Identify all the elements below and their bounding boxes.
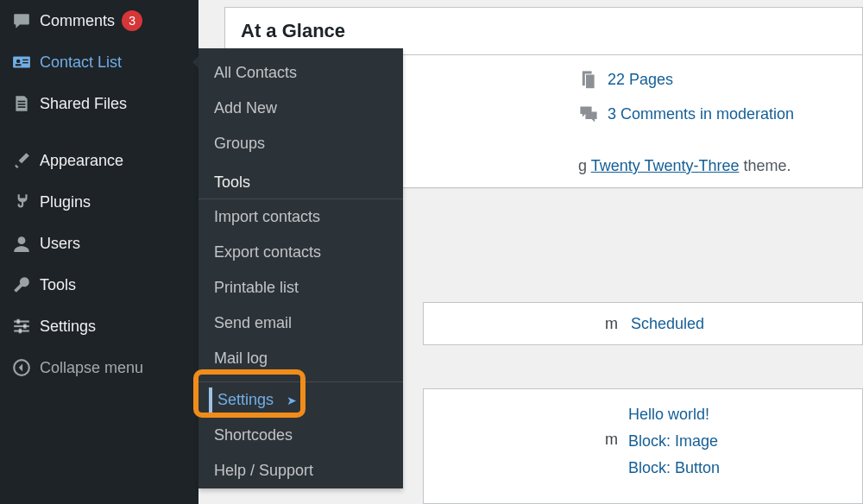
user-icon	[12, 234, 40, 253]
svg-rect-9	[14, 320, 29, 322]
sidebar-item-appearance[interactable]: Appearance	[0, 140, 198, 181]
submenu-printable-list[interactable]: Printable list	[198, 270, 403, 306]
activity-row: m Scheduled	[423, 302, 863, 345]
svg-rect-3	[22, 60, 28, 60]
svg-rect-6	[18, 104, 26, 105]
submenu-section-tools: Tools	[198, 167, 403, 199]
glance-stats: 22 Pages 3 Comments in moderation	[578, 69, 794, 138]
collapse-icon	[12, 358, 40, 377]
files-icon	[12, 94, 40, 113]
sidebar-item-label: Settings	[40, 318, 96, 336]
sidebar-item-tools[interactable]: Tools	[0, 264, 198, 306]
comment-icon	[12, 11, 40, 30]
submenu-send-email[interactable]: Send email	[198, 306, 403, 341]
id-card-icon	[12, 53, 40, 72]
theme-suffix: theme.	[739, 157, 791, 174]
theme-link[interactable]: Twenty Twenty-Three	[591, 157, 740, 174]
sidebar-item-comments[interactable]: Comments 3	[0, 0, 198, 41]
svg-rect-10	[14, 325, 29, 327]
sidebar-item-label: Collapse menu	[40, 359, 143, 377]
svg-rect-4	[22, 62, 28, 63]
submenu-import-contacts[interactable]: Import contacts	[198, 199, 403, 235]
row-fragment: m	[605, 431, 618, 449]
post-link[interactable]: Block: Button	[628, 459, 720, 477]
post-links: Hello world! Block: Image Block: Button	[628, 406, 720, 486]
submenu-help-support[interactable]: Help / Support	[198, 453, 403, 488]
theme-prefix: g	[578, 157, 591, 174]
svg-rect-14	[19, 329, 22, 334]
post-link[interactable]: Hello world!	[628, 406, 720, 424]
comments-icon	[578, 104, 599, 124]
sidebar-item-plugins[interactable]: Plugins	[0, 181, 198, 223]
status-link-scheduled[interactable]: Scheduled	[631, 315, 704, 333]
comments-count-badge: 3	[122, 10, 142, 31]
pages-icon	[578, 69, 599, 90]
sidebar-item-label: Plugins	[40, 193, 91, 211]
submenu-all-contacts[interactable]: All Contacts	[198, 48, 403, 91]
sliders-icon	[12, 317, 40, 336]
glance-link[interactable]: 22 Pages	[608, 71, 673, 89]
sidebar-item-contact-list[interactable]: Contact List	[0, 41, 198, 83]
glance-pages[interactable]: 22 Pages	[578, 69, 794, 90]
plug-icon	[12, 192, 40, 211]
sidebar-item-label: Shared Files	[40, 95, 127, 113]
sidebar-divider	[0, 124, 198, 140]
submenu-settings[interactable]: Settings ➤	[198, 382, 403, 418]
svg-rect-12	[17, 319, 20, 324]
submenu-add-new[interactable]: Add New	[198, 91, 403, 126]
submenu-settings-label: Settings	[217, 391, 274, 408]
glance-link[interactable]: 3 Comments in moderation	[608, 105, 794, 123]
submenu-shortcodes[interactable]: Shortcodes	[198, 418, 403, 453]
sidebar-item-shared-files[interactable]: Shared Files	[0, 83, 198, 124]
svg-rect-5	[18, 101, 26, 103]
sidebar-item-label: Tools	[40, 276, 76, 294]
svg-rect-2	[16, 64, 22, 66]
svg-rect-13	[23, 324, 26, 329]
sidebar-item-users[interactable]: Users	[0, 223, 198, 264]
contact-list-submenu: All Contacts Add New Groups Tools Import…	[198, 48, 403, 488]
brush-icon	[12, 151, 40, 170]
submenu-export-contacts[interactable]: Export contacts	[198, 235, 403, 270]
sidebar-item-label: Users	[40, 235, 80, 253]
svg-point-8	[18, 236, 26, 244]
submenu-mail-log[interactable]: Mail log	[198, 341, 403, 376]
svg-point-1	[16, 60, 20, 63]
post-link[interactable]: Block: Image	[628, 432, 720, 450]
row-fragment: m	[605, 315, 618, 333]
wrench-icon	[12, 275, 40, 294]
submenu-groups[interactable]: Groups	[198, 126, 403, 161]
admin-sidebar: Comments 3 Contact List Shared Files App…	[0, 0, 198, 504]
arrow-right-icon: ➤	[287, 394, 297, 407]
glance-comments-moderation[interactable]: 3 Comments in moderation	[578, 104, 794, 124]
sidebar-item-collapse[interactable]: Collapse menu	[0, 347, 198, 388]
svg-rect-7	[18, 106, 26, 108]
theme-info: g Twenty Twenty-Three theme.	[578, 157, 791, 175]
sidebar-item-label: Appearance	[40, 152, 123, 170]
sidebar-item-label: Contact List	[40, 54, 122, 72]
sidebar-item-settings[interactable]: Settings	[0, 306, 198, 347]
sidebar-item-label: Comments	[40, 12, 115, 30]
